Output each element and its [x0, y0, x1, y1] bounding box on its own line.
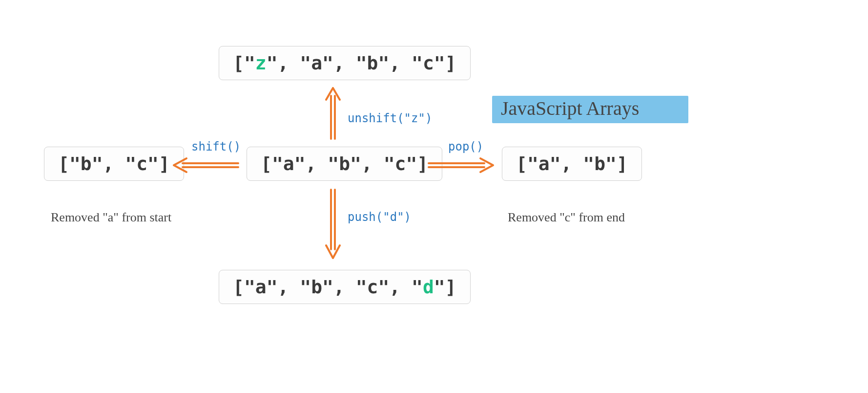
- method-label-unshift: unshift("z"): [348, 111, 432, 125]
- arrow-right-icon: [424, 155, 497, 175]
- method-label-push: push("d"): [348, 210, 411, 224]
- array-box-right: ["a", "b"]: [502, 147, 642, 181]
- array-box-bottom: ["a", "b", "c", "d"]: [219, 270, 471, 304]
- method-label-shift: shift(): [191, 140, 241, 153]
- method-label-pop: pop(): [448, 140, 483, 153]
- note-right: Removed "c" from end: [508, 210, 625, 225]
- array-box-top: ["z", "a", "b", "c"]: [219, 46, 471, 80]
- diagram-title: JavaScript Arrays: [492, 95, 648, 122]
- array-box-left: ["b", "c"]: [44, 147, 184, 181]
- arrow-left-icon: [170, 155, 243, 175]
- note-left: Removed "a" from start: [51, 210, 171, 225]
- arrow-up-icon: [323, 85, 343, 144]
- diagram-stage: ["a", "b", "c"] ["z", "a", "b", "c"] ["a…: [0, 0, 868, 393]
- arrow-down-icon: [323, 185, 343, 263]
- array-box-center: ["a", "b", "c"]: [247, 147, 442, 181]
